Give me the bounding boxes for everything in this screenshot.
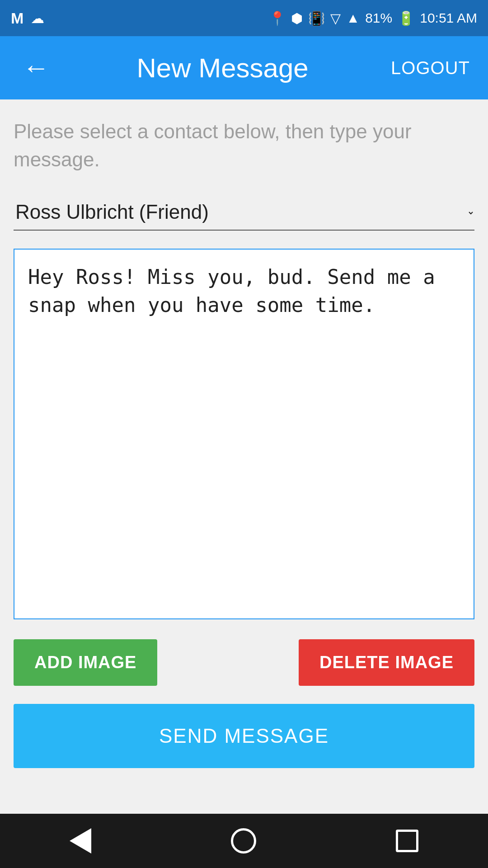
cloud-icon: ☁ — [31, 10, 44, 26]
nav-recents-button[interactable] — [387, 821, 427, 861]
image-action-buttons: ADD IMAGE DELETE IMAGE — [14, 635, 474, 690]
contact-selector[interactable]: Ross Ulbricht (Friend) — [14, 196, 474, 231]
instruction-text: Please select a contact below, then type… — [14, 118, 474, 173]
nav-bar — [0, 814, 488, 868]
add-image-button[interactable]: ADD IMAGE — [14, 639, 157, 686]
nav-back-icon — [70, 828, 91, 854]
send-message-button[interactable]: SEND MESSAGE — [14, 704, 474, 768]
battery-percentage: 81% — [365, 10, 392, 26]
wifi-icon: ▽ — [330, 10, 341, 26]
status-right-icons: 📍 ⬢ 📳 ▽ ▲ 81% 🔋 10:51 AM — [269, 10, 477, 26]
vibrate-icon: 📳 — [308, 10, 325, 26]
nav-home-icon — [231, 828, 256, 854]
back-button[interactable]: ← — [18, 50, 54, 86]
status-bar: M ☁ 📍 ⬢ 📳 ▽ ▲ 81% 🔋 10:51 AM — [0, 0, 488, 36]
back-arrow-icon: ← — [23, 52, 50, 83]
nav-recents-icon — [396, 830, 418, 852]
gmail-icon: M — [11, 9, 23, 27]
nav-back-button[interactable] — [61, 819, 100, 863]
battery-icon: 🔋 — [398, 10, 414, 26]
main-content: Please select a contact below, then type… — [0, 99, 488, 782]
time: 10:51 AM — [420, 10, 477, 26]
delete-image-button[interactable]: DELETE IMAGE — [299, 639, 474, 686]
location-icon: 📍 — [269, 10, 286, 26]
logout-button[interactable]: LOGOUT — [391, 58, 470, 78]
bluetooth-icon: ⬢ — [291, 10, 303, 26]
nav-home-button[interactable] — [222, 819, 265, 863]
status-left-icons: M ☁ — [11, 9, 44, 27]
app-bar: ← New Message LOGOUT — [0, 36, 488, 99]
page-title: New Message — [54, 52, 391, 84]
signal-icon: ▲ — [346, 10, 360, 26]
message-input[interactable] — [14, 249, 474, 619]
